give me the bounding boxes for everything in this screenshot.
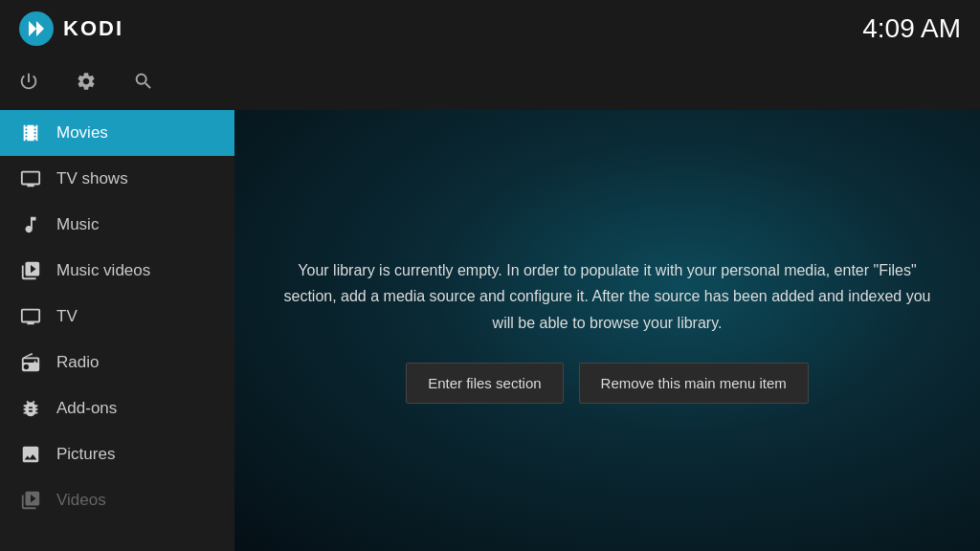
content-buttons: Enter files section Remove this main men… [273,363,942,404]
sidebar-item-videos[interactable]: Videos [0,477,234,523]
sidebar-music-label: Music [56,215,99,234]
pictures-icon [19,443,42,466]
add-ons-icon [19,397,42,420]
search-button[interactable] [129,71,158,97]
main-layout: Movies TV shows Music [0,110,980,551]
sidebar-music-videos-label: Music videos [56,261,150,280]
movies-icon [19,121,42,144]
sidebar-item-add-ons[interactable]: Add-ons [0,386,234,431]
sidebar-add-ons-label: Add-ons [56,399,117,418]
sidebar-item-movies[interactable]: Movies [0,110,234,156]
sidebar-movies-label: Movies [56,123,108,143]
sidebar-item-music[interactable]: Music [0,202,234,248]
videos-icon [19,489,42,512]
sidebar-tv-label: TV [56,307,78,326]
sidebar-tv-shows-label: TV shows [56,169,128,188]
kodi-logo-icon [19,11,54,46]
sidebar-videos-label: Videos [56,491,106,510]
library-empty-message: Your library is currently empty. In orde… [273,257,942,336]
content-inner: Your library is currently empty. In orde… [273,257,942,404]
header-left: KODI [19,11,123,46]
app-title: KODI [63,16,123,41]
sidebar-item-pictures[interactable]: Pictures [0,431,234,477]
power-button[interactable] [14,71,43,97]
sidebar-item-radio[interactable]: Radio [0,340,234,386]
sidebar-radio-label: Radio [56,353,99,372]
sidebar-pictures-label: Pictures [56,445,115,464]
music-videos-icon [19,259,42,282]
content-area: Your library is currently empty. In orde… [234,110,980,551]
tv-shows-icon [19,167,42,190]
radio-icon [19,351,42,374]
sidebar-item-tv[interactable]: TV [0,294,234,340]
sidebar: Movies TV shows Music [0,110,234,551]
sidebar-item-tv-shows[interactable]: TV shows [0,156,234,202]
toolbar [0,57,980,110]
enter-files-button[interactable]: Enter files section [406,363,563,404]
settings-button[interactable] [72,71,100,97]
clock-display: 4:09 AM [862,13,961,44]
music-icon [19,213,42,236]
tv-icon [19,305,42,328]
remove-menu-item-button[interactable]: Remove this main menu item [579,363,809,404]
header: KODI 4:09 AM [0,0,980,57]
sidebar-item-music-videos[interactable]: Music videos [0,248,234,294]
